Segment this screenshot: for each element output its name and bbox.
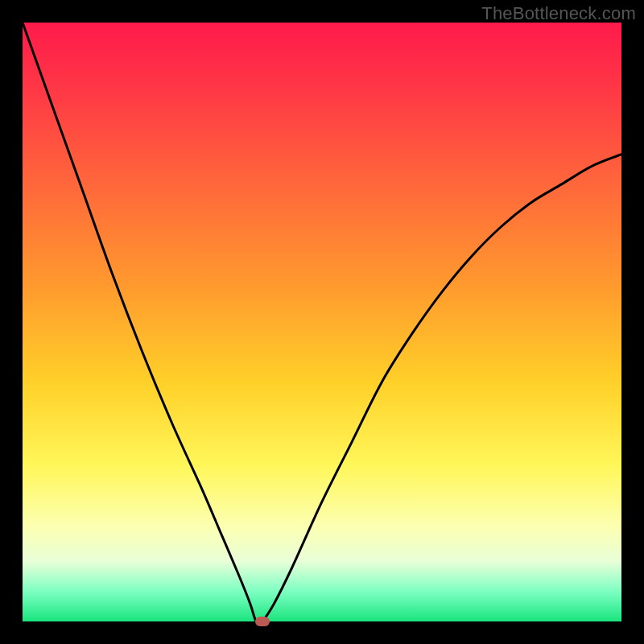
- bottleneck-curve: [23, 23, 621, 621]
- plot-area: [23, 23, 621, 621]
- minimum-marker: [255, 617, 270, 626]
- watermark-text: TheBottleneck.com: [481, 3, 636, 24]
- chart-frame: TheBottleneck.com: [0, 0, 644, 644]
